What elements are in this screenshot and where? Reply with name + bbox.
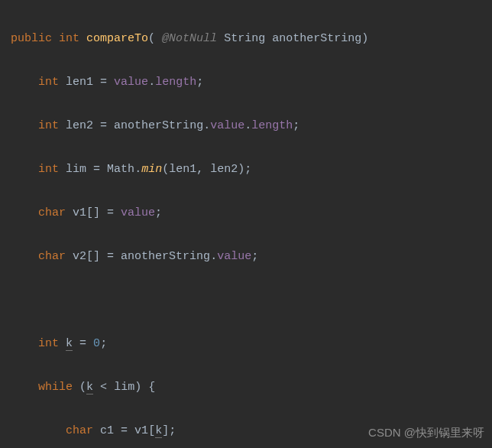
param-type: String — [224, 32, 265, 45]
blank-line — [11, 290, 492, 312]
keyword-int: int — [59, 32, 79, 45]
code-line: char v2[] = anotherString.value; — [11, 246, 492, 268]
code-line: char v1[] = value; — [11, 203, 492, 225]
code-line: int k = 0; — [11, 333, 492, 355]
annotation-notnull: @NotNull — [162, 32, 217, 45]
code-line: while (k < lim) { — [11, 377, 492, 399]
code-line: int len1 = value.length; — [11, 72, 492, 94]
code-line: int len2 = anotherString.value.length; — [11, 115, 492, 138]
param-name: anotherString — [272, 32, 361, 45]
keyword-public: public — [11, 32, 52, 45]
method-signature: public int compareTo( @NotNull String an… — [11, 28, 492, 50]
code-line: int lim = Math.min(len1, len2); — [11, 159, 492, 181]
code-block: public int compareTo( @NotNull String an… — [0, 6, 492, 448]
watermark: CSDN @快到锅里来呀 — [368, 422, 484, 444]
method-name: compareTo — [86, 32, 148, 45]
